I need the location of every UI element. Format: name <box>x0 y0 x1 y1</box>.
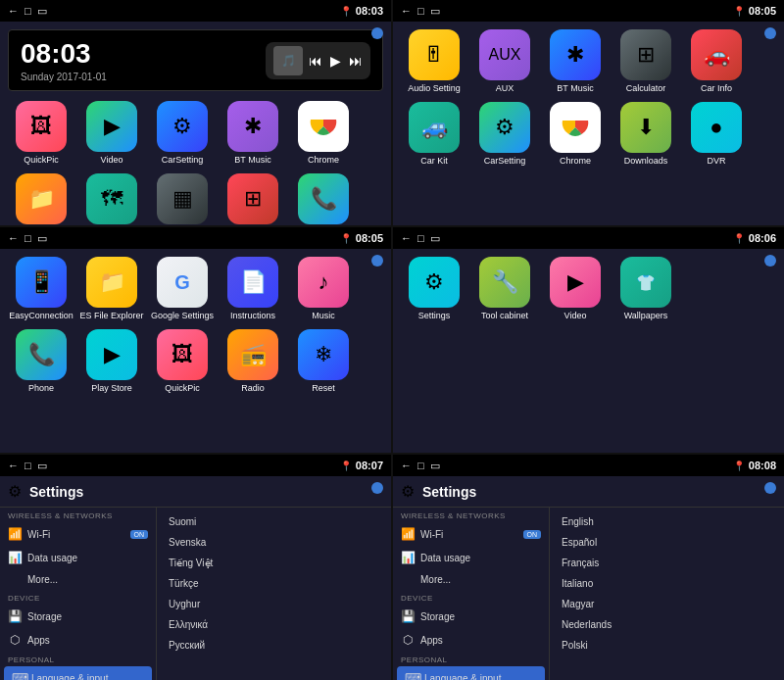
lang-greek[interactable]: Ελληνικά <box>157 614 391 635</box>
recents-icon-2[interactable]: ▭ <box>430 5 440 18</box>
recents-icon-3[interactable]: ▭ <box>37 232 47 245</box>
app-btmusic[interactable]: ✱ BT Music <box>220 101 286 166</box>
notification-dot-6 <box>764 482 776 494</box>
app-car-kit[interactable]: 🚙 Car Kit <box>401 102 467 167</box>
app-grid2[interactable]: ▦ <box>149 173 216 225</box>
car-info-label: Car Info <box>701 83 732 94</box>
lang-tieng-viet[interactable]: Tiếng Việt <box>157 553 391 573</box>
back-icon-2[interactable]: ← <box>401 5 412 17</box>
wallpapers-icon: 👕 <box>620 257 671 308</box>
app-reset[interactable]: ❄ Reset <box>290 329 357 394</box>
app-chrome[interactable]: Chrome <box>290 101 357 166</box>
back-icon-4[interactable]: ← <box>401 232 412 244</box>
lang-svenska[interactable]: Svenska <box>157 532 391 553</box>
more-label-2: More... <box>420 574 451 585</box>
app-tool-cabinet[interactable]: 🔧 Tool cabinet <box>471 257 538 321</box>
settings-content-2: WIRELESS & NETWORKS 📶 Wi-Fi ON 📊 Data us… <box>393 508 784 680</box>
recents-icon-5[interactable]: ▭ <box>37 460 47 472</box>
downloads-icon: ⬇ <box>620 102 671 153</box>
storage-item-2[interactable]: 💾 Storage <box>393 605 549 628</box>
apps-item-2[interactable]: ⬡ Apps <box>393 628 549 652</box>
app-car-info[interactable]: 🚗 Car Info <box>683 29 750 94</box>
wifi-item-2[interactable]: 📶 Wi-Fi ON <box>393 522 549 546</box>
app-video-2[interactable]: ▶ Video <box>542 257 609 321</box>
lang-espanol[interactable]: Español <box>550 532 784 553</box>
app-radio[interactable]: 📻 Radio <box>220 329 286 394</box>
home-icon-6[interactable]: □ <box>417 460 424 471</box>
app-downloads[interactable]: ⬇ Downloads <box>612 102 679 167</box>
lang-nederlands[interactable]: Nederlands <box>550 614 784 635</box>
location-icon-6: 📍 <box>733 461 745 471</box>
lang-francais[interactable]: Français <box>550 553 784 573</box>
more-item-1[interactable]: More... <box>0 569 156 590</box>
app-google-settings[interactable]: G Google Settings <box>149 257 216 321</box>
apps-item-1[interactable]: ⬡ Apps <box>0 628 156 652</box>
app-dvr[interactable]: ● DVR <box>683 102 750 167</box>
grid3-icon: ⊞ <box>227 173 278 224</box>
language-item-1[interactable]: ⌨ Language & input <box>4 666 152 680</box>
app-phone[interactable]: 📞 <box>290 173 357 225</box>
more-item-2[interactable]: More... <box>393 569 549 590</box>
storage-item-1[interactable]: 💾 Storage <box>0 605 156 628</box>
app-aux[interactable]: AUX AUX <box>471 29 538 94</box>
app-chrome-2[interactable]: Chrome <box>542 102 609 167</box>
downloads-label: Downloads <box>624 156 668 167</box>
wifi-item-1[interactable]: 📶 Wi-Fi ON <box>0 522 156 546</box>
back-icon[interactable]: ← <box>8 5 19 17</box>
app-quickpic-2[interactable]: 🖼 QuickPic <box>149 329 216 394</box>
home-icon-4[interactable]: □ <box>417 232 424 244</box>
home-icon-5[interactable]: □ <box>24 460 31 471</box>
lang-turkce[interactable]: Türkçe <box>157 573 391 594</box>
app-phone-2[interactable]: 📞 Phone <box>8 329 74 394</box>
lang-polski[interactable]: Polski <box>550 635 784 656</box>
lang-italiano[interactable]: Italiano <box>550 573 784 594</box>
lang-uyghur[interactable]: Uyghur <box>157 594 391 614</box>
app-esfile[interactable]: 📁 ES File Explorer <box>8 173 74 225</box>
video-2-label: Video <box>564 311 587 321</box>
language-item-2[interactable]: ⌨ Language & input <box>397 666 545 680</box>
play-button[interactable]: ▶ <box>330 53 341 69</box>
status-bar-6: ← □ ▭ 📍 08:08 <box>393 455 784 476</box>
settings-app-icon-2: ⚙ <box>401 482 415 501</box>
home-icon[interactable]: □ <box>24 5 31 17</box>
settings-label: Settings <box>418 311 451 321</box>
app-maps[interactable]: 🗺 <box>78 173 145 225</box>
section-wireless-2: WIRELESS & NETWORKS <box>393 508 549 522</box>
app-audio-setting[interactable]: 🎚 Audio Setting <box>401 29 467 94</box>
app-settings[interactable]: ⚙ Settings <box>401 257 467 321</box>
app-bt-music[interactable]: ✱ BT Music <box>542 29 609 94</box>
app-play-store[interactable]: ▶ Play Store <box>78 329 145 394</box>
back-icon-5[interactable]: ← <box>8 460 19 471</box>
lang-suomi[interactable]: Suomi <box>157 511 391 532</box>
app-carsetting-2[interactable]: ⚙ CarSetting <box>471 102 538 167</box>
back-icon-6[interactable]: ← <box>401 460 412 471</box>
app-easyconnection[interactable]: 📱 EasyConnection <box>8 257 74 321</box>
data-usage-item-1[interactable]: 📊 Data usage <box>0 546 156 569</box>
recents-icon-4[interactable]: ▭ <box>430 232 440 245</box>
quickpic-icon: 🖼 <box>16 101 67 152</box>
app-music-2[interactable]: ♪ Music <box>290 257 357 321</box>
app-quickpic[interactable]: 🖼 QuickPic <box>8 101 74 166</box>
app-wallpapers[interactable]: 👕 Wallpapers <box>612 257 679 321</box>
app-grid3[interactable]: ⊞ <box>220 173 286 225</box>
lang-magyar[interactable]: Magyar <box>550 594 784 614</box>
data-usage-item-2[interactable]: 📊 Data usage <box>393 546 549 569</box>
prev-button[interactable]: ⏮ <box>309 53 322 69</box>
next-button[interactable]: ⏭ <box>349 53 363 69</box>
recents-icon[interactable]: ▭ <box>37 5 47 18</box>
lang-russian[interactable]: Русский <box>157 635 391 656</box>
home-icon-2[interactable]: □ <box>417 5 424 17</box>
recents-icon-6[interactable]: ▭ <box>430 460 440 472</box>
chrome-label: Chrome <box>308 155 339 166</box>
app-instructions[interactable]: 📄 Instructions <box>220 257 286 321</box>
settings-header-1: ⚙ Settings <box>0 476 391 508</box>
media-controls[interactable]: ⏮ ▶ ⏭ <box>309 53 363 69</box>
back-icon-3[interactable]: ← <box>8 232 19 244</box>
media-widget[interactable]: 🎵 ⏮ ▶ ⏭ <box>266 42 370 79</box>
lang-english[interactable]: English <box>550 511 784 532</box>
app-calculator[interactable]: ⊞ Calculator <box>612 29 679 94</box>
app-esfile-2[interactable]: 📁 ES File Explorer <box>78 257 145 321</box>
app-video[interactable]: ▶ Video <box>78 101 145 166</box>
app-carsetting[interactable]: ⚙ CarSetting <box>149 101 216 166</box>
home-icon-3[interactable]: □ <box>24 232 31 244</box>
